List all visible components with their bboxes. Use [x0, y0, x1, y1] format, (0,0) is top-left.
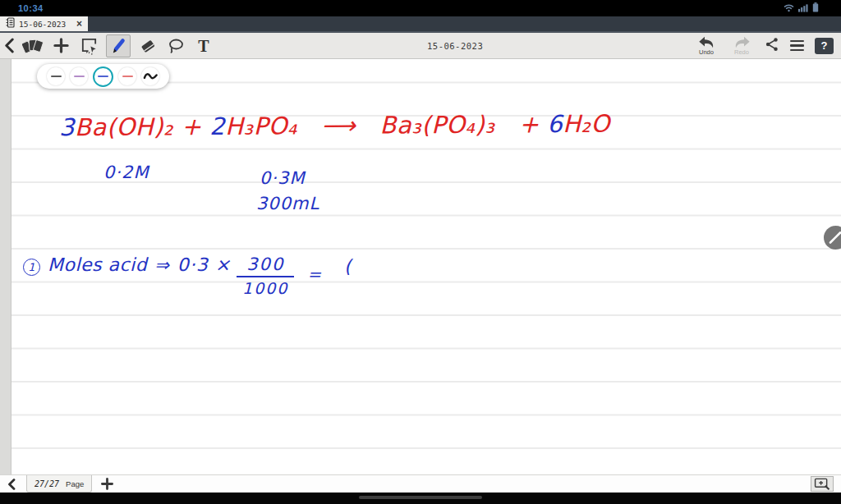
pen-stroke-popup: [37, 64, 169, 89]
share-button[interactable]: [765, 37, 779, 55]
equation-segment: 6: [547, 110, 563, 138]
equation: 3Ba(OH)₂ + 2H₃PO₄ ⟶ Ba₃(PO₄)₃ + 6H₂O: [59, 110, 610, 142]
tab-bar: 15-06-2023 ×: [0, 16, 841, 33]
work-factor: 0·3 ×: [177, 254, 231, 275]
purple-stroke-swatch: [74, 76, 85, 77]
eraser-icon: [139, 37, 157, 55]
implies-arrow: ⇒: [154, 255, 169, 275]
bottom-bar: 27/27 Page: [0, 474, 841, 493]
back-button[interactable]: [2, 34, 16, 57]
page-indicator: 27/27: [34, 479, 59, 488]
pen-icon: [109, 37, 127, 55]
add-page-button[interactable]: [101, 478, 113, 490]
battery-icon: [812, 1, 819, 16]
work-label: Moles acid: [48, 254, 147, 275]
purple-stroke-option[interactable]: [70, 67, 88, 85]
signal-icon: [798, 1, 808, 16]
previous-page-button[interactable]: [7, 479, 16, 490]
blue-stroke-swatch: [98, 76, 108, 77]
work-line: 1 Moles acid ⇒ 0·3 × 300 1000 = (: [23, 254, 352, 297]
tab-close-icon[interactable]: ×: [76, 19, 82, 29]
zoom-in-icon: [814, 478, 831, 490]
equals-sign: =: [307, 264, 321, 284]
wifi-icon: [784, 1, 794, 16]
page-label: Page: [66, 479, 84, 488]
pencil-icon: [824, 226, 841, 250]
page-indicator-tab[interactable]: 27/27 Page: [26, 475, 92, 493]
clock: 10:34: [18, 3, 44, 13]
equation-segment: H₂O: [563, 110, 610, 138]
tab-title: 15-06-2023: [19, 20, 66, 29]
black-stroke-option[interactable]: [47, 67, 65, 85]
toolbar-right-group: Undo Redo ?: [694, 36, 841, 56]
scribble-stroke-option[interactable]: [141, 67, 159, 85]
lasso-tool-button[interactable]: [165, 34, 186, 57]
annotation-concentration-base: 0·2M: [103, 163, 149, 182]
red-stroke-option[interactable]: [118, 67, 136, 85]
app-screen: 10:34: [0, 0, 841, 504]
undo-button[interactable]: Undo: [694, 36, 719, 56]
status-icons: [784, 1, 819, 16]
partial-stroke: (: [344, 256, 352, 277]
eraser-tool-button[interactable]: [137, 34, 159, 57]
blue-stroke-option[interactable]: [93, 66, 113, 87]
toolbar-left-group: T: [0, 34, 214, 57]
text-tool-icon: T: [198, 38, 209, 54]
undo-icon: [698, 36, 715, 48]
help-button[interactable]: ?: [815, 38, 834, 54]
step-number: 1: [23, 259, 40, 276]
share-icon: [765, 37, 779, 52]
page-left-margin: [0, 59, 11, 474]
text-tool-button[interactable]: T: [193, 34, 214, 57]
gesture-pill[interactable]: [359, 496, 482, 499]
annotation-volume-acid: 300mL: [256, 194, 319, 213]
pen-tool-button[interactable]: [106, 34, 131, 57]
annotation-concentration-acid: 0·3M: [260, 168, 306, 188]
pen-settings-handle[interactable]: [824, 226, 841, 250]
add-button[interactable]: [50, 34, 71, 57]
zoom-button[interactable]: [811, 476, 834, 492]
insert-page-tool-button[interactable]: [78, 34, 99, 57]
fraction: 300 1000: [237, 254, 294, 297]
fraction-numerator: 300: [237, 254, 294, 277]
redo-icon: [733, 36, 751, 48]
equation-segment: 3: [59, 113, 75, 141]
status-bar: 10:34: [0, 0, 841, 16]
equation-segment: 2: [209, 112, 225, 140]
red-stroke-swatch: [122, 76, 133, 77]
lasso-icon: [167, 37, 185, 55]
scribble-icon: [143, 71, 159, 82]
main-toolbar: T 15-06-2023 Undo Redo: [0, 33, 841, 59]
pages-stack-button[interactable]: [22, 34, 44, 57]
document-date: 15-06-2023: [427, 41, 483, 51]
equation-segment: Ba₃(PO₄)₃ +: [379, 110, 547, 139]
notebook-icon: [6, 16, 15, 31]
black-stroke-swatch: [51, 76, 62, 77]
redo-button[interactable]: Redo: [729, 36, 754, 56]
document-tab[interactable]: 15-06-2023 ×: [0, 16, 88, 31]
menu-button[interactable]: [790, 40, 804, 52]
drawing-canvas[interactable]: 3Ba(OH)₂ + 2H₃PO₄ ⟶ Ba₃(PO₄)₃ + 6H₂O 0·2…: [0, 59, 841, 474]
equation-segment: Ba(OH)₂ +: [75, 112, 210, 141]
fraction-denominator: 1000: [242, 277, 288, 297]
android-nav-bar: [0, 493, 841, 504]
equation-segment: H₃PO₄ ⟶: [225, 112, 379, 140]
